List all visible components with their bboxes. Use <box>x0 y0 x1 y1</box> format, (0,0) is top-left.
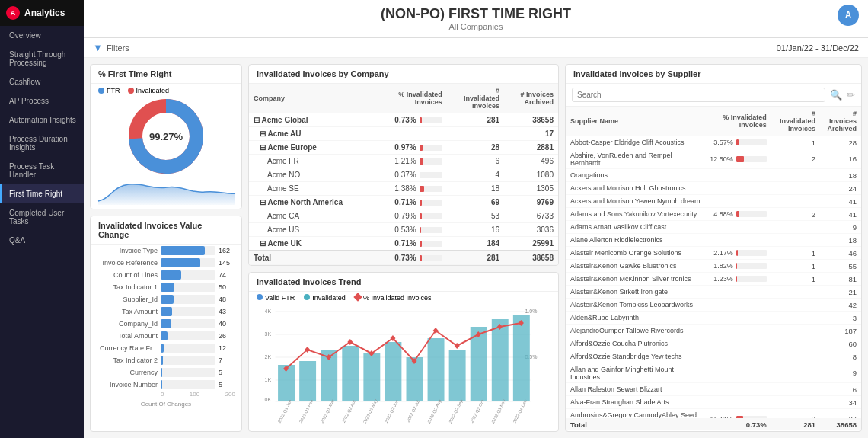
bar-label: Tax Amount <box>97 308 158 315</box>
bar-track <box>161 319 215 328</box>
nav-item-q&a[interactable]: Q&A <box>0 231 84 250</box>
axis-title: Count Of Changes <box>91 401 241 411</box>
svg-rect-22 <box>449 350 466 401</box>
svg-text:2022 Q2 Jun: 2022 Q2 Jun <box>384 399 399 424</box>
bar-track <box>161 356 215 365</box>
nav-item-cashflow[interactable]: Cashflow <box>0 72 84 91</box>
supplier-name: Alasteir Menicomb Orange Solutions <box>566 247 705 260</box>
nav-item-first-time-right[interactable]: First Time Right <box>0 184 84 203</box>
company-inv: 16 <box>447 223 504 237</box>
table-row: Acme NO 0.37% 4 1080 <box>249 168 558 182</box>
table-row: Acme FR 1.21% 6 496 <box>249 155 558 168</box>
supplier-archived: 8 <box>820 350 861 363</box>
company-inv: 6 <box>447 155 504 168</box>
svg-text:2022 Q4 Dec: 2022 Q4 Dec <box>512 398 528 424</box>
nav-item-completed-user-tasks[interactable]: Completed User Tasks <box>0 203 84 231</box>
company-name: Acme NO <box>249 168 375 182</box>
supplier-archived: 28 <box>820 136 861 149</box>
supplier-pct <box>705 221 771 234</box>
supplier-inv <box>771 363 820 383</box>
supplier-name: Abshire, VonRueden and Rempel Bernhardt <box>566 149 705 169</box>
nav-item-process-task-handler[interactable]: Process Task Handler <box>0 157 84 184</box>
page-title: (NON-PO) FIRST TIME RIGHT <box>99 6 853 22</box>
company-name: Acme FR <box>249 155 375 168</box>
supplier-pct <box>705 337 771 350</box>
table-row: Total 0.73% 281 38658 <box>249 251 558 265</box>
svg-rect-24 <box>492 319 509 401</box>
company-inv: 28 <box>447 141 504 155</box>
company-name: Acme US <box>249 223 375 237</box>
supplier-name: Ackers and Morrison Holt Ghostronics <box>566 182 705 195</box>
content-area: % First Time Right FTR Invalidated <box>84 58 868 438</box>
svg-rect-25 <box>513 315 530 401</box>
supplier-archived: 18 <box>820 169 861 182</box>
list-item: Abshire, VonRueden and Rempel Bernhardt … <box>566 149 861 169</box>
company-archived: 6733 <box>504 209 558 223</box>
supplier-inv: 1 <box>771 247 820 260</box>
table-row: Acme CA 0.79% 53 6733 <box>249 209 558 223</box>
company-inv <box>447 127 504 141</box>
svg-text:4K: 4K <box>265 308 272 315</box>
nav-item-automation-insights[interactable]: Automation Insights <box>0 110 84 129</box>
page-subtitle: All Companies <box>99 22 853 31</box>
company-pct: 0.79% <box>375 209 447 223</box>
bar-label: Count of Lines <box>97 271 158 279</box>
supplier-name: Alasteir&Kenon Gawke Bluetronics <box>566 260 705 273</box>
supplier-inv <box>771 337 820 350</box>
supplier-inv: 2 <box>771 208 820 221</box>
nav-item-process-duration-insights[interactable]: Process Duration Insights <box>0 129 84 157</box>
company-inv: 184 <box>447 237 504 251</box>
list-item: Alford&Ozzie Standbridge Yew techs 8 <box>566 350 861 363</box>
ftr-legend-inv: Invalidated <box>128 87 170 94</box>
supplier-card-title: Invalidated Invoices by Supplier <box>566 65 861 84</box>
supplier-card: Invalidated Invoices by Supplier 🔍 ✏ Sup… <box>565 64 862 432</box>
supplier-archived: 21 <box>820 286 861 299</box>
bar-row: Tax Indicator 1 50 <box>91 281 241 293</box>
company-name: Total <box>249 251 375 265</box>
supplier-inv: 1 <box>771 260 820 273</box>
svg-text:2022 Q2 Sep: 2022 Q2 Sep <box>448 398 463 424</box>
trend-legend-valid: Valid FTR <box>257 294 295 302</box>
list-item: Alford&Ozzie Coucha Plutronics 60 <box>566 337 861 350</box>
supplier-inv <box>771 221 820 234</box>
company-name: ⊟ Acme Global <box>249 113 375 127</box>
ftr-legend-label-ftr: FTR <box>107 87 120 94</box>
bar-label: Currency Rate Fr... <box>97 344 158 352</box>
search-icon[interactable]: 🔍 <box>830 89 842 101</box>
edit-icon[interactable]: ✏ <box>847 89 855 101</box>
supplier-search-input[interactable] <box>572 88 825 102</box>
filter-label[interactable]: ▼ Filters <box>93 42 129 53</box>
list-item: Alane Allerton Riddlelectronics 18 <box>566 234 861 247</box>
bar-value: 5 <box>219 369 235 376</box>
supplier-inv <box>771 286 820 299</box>
nav-item-ap-process[interactable]: AP Process <box>0 91 84 110</box>
avatar[interactable]: A <box>838 5 859 26</box>
bar-fill <box>161 380 162 389</box>
supplier-name: Adams and Sons Yakunikov Vortexecurity <box>566 208 705 221</box>
nav-item-overview[interactable]: Overview <box>0 26 84 45</box>
supplier-pct: 3.57% <box>705 136 771 149</box>
bar-fill <box>161 295 174 304</box>
supplier-pct <box>705 363 771 383</box>
sup-col-archived: # InvoicesArchived <box>820 107 861 136</box>
company-pct: 0.37% <box>375 168 447 182</box>
supplier-inv <box>771 325 820 337</box>
svg-text:2022 Q2 Oct: 2022 Q2 Oct <box>470 398 485 424</box>
company-inv: 69 <box>447 196 504 209</box>
company-card: Invalidated Invoices by Company Company … <box>248 64 559 266</box>
supplier-inv: 1 <box>771 273 820 286</box>
supplier-pct <box>705 234 771 247</box>
bar-track <box>161 295 215 304</box>
list-item: Alden&Rube Labyrinth 3 <box>566 312 861 325</box>
svg-text:3K: 3K <box>265 331 272 338</box>
svg-text:1K: 1K <box>265 376 272 384</box>
page-header: (NON-PO) FIRST TIME RIGHT All Companies … <box>84 0 868 38</box>
bar-fill <box>161 246 205 255</box>
sup-col-inv: # InvalidatedInvoices <box>771 107 820 136</box>
company-archived: 17 <box>504 127 558 141</box>
svg-text:2K: 2K <box>265 353 272 361</box>
nav-item-straight-through-processing[interactable]: Straight Through Processing <box>0 45 84 72</box>
company-archived: 25991 <box>504 237 558 251</box>
supplier-pct <box>705 396 771 409</box>
bar-track <box>161 380 215 389</box>
